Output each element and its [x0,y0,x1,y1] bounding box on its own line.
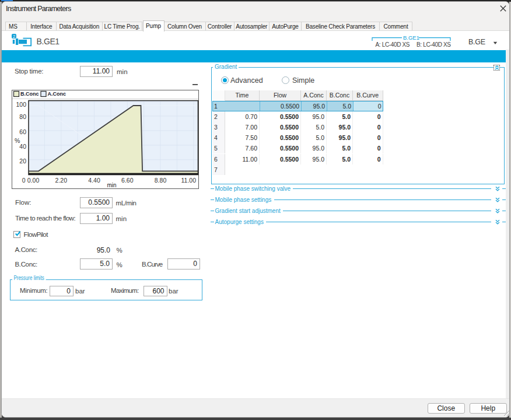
svg-text:A.Conc: A.Conc [48,91,66,97]
svg-text:6.60: 6.60 [121,177,134,184]
svg-text:100: 100 [16,101,26,108]
svg-text:4.40: 4.40 [88,177,100,184]
svg-text:%: % [15,137,20,144]
svg-text:60: 60 [19,128,26,135]
svg-text:80: 80 [19,113,26,120]
svg-text:20: 20 [19,158,26,164]
svg-text:8.80: 8.80 [155,177,167,184]
svg-text:0: 0 [22,177,26,184]
svg-text:B.Conc: B.Conc [20,91,39,97]
svg-text:11.00: 11.00 [181,177,197,184]
svg-text:min: min [107,182,116,188]
svg-text:2: 2 [13,34,15,39]
svg-text:0.00: 0.00 [27,177,40,184]
svg-text:2.20: 2.20 [55,177,68,184]
svg-text:40: 40 [19,143,26,150]
